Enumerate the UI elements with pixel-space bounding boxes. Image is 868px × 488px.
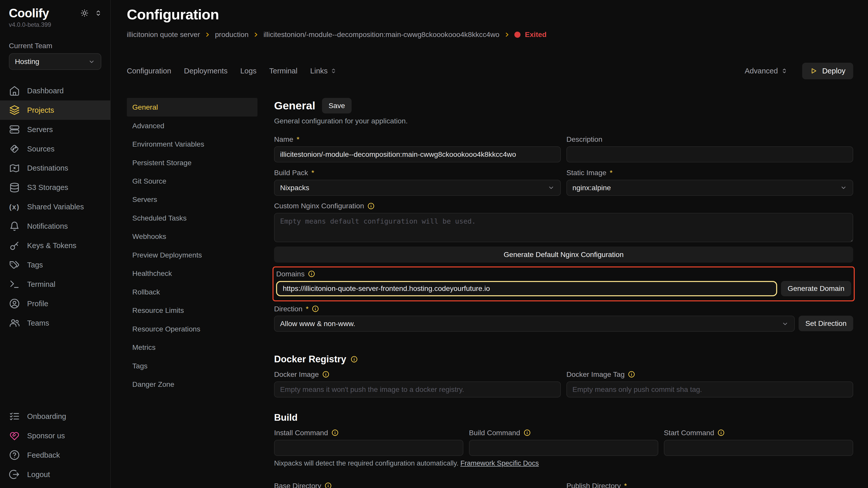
sidebar-collapse-button[interactable]	[94, 9, 102, 17]
config-nav-servers[interactable]: Servers	[127, 191, 257, 209]
tab-logs[interactable]: Logs	[240, 67, 257, 75]
config-nav-tags[interactable]: Tags	[127, 357, 257, 375]
name-input[interactable]	[274, 147, 561, 162]
breadcrumb-environment[interactable]: production	[215, 30, 249, 39]
config-nav-healthcheck[interactable]: Healthcheck	[127, 264, 257, 283]
info-icon[interactable]	[308, 270, 315, 278]
save-button[interactable]: Save	[322, 98, 351, 113]
coolify-app: Coolify v4.0.0-beta.399 Current Team Hos…	[0, 0, 868, 488]
breadcrumb-project[interactable]: illicitonion quote server	[127, 30, 200, 39]
info-icon[interactable]	[324, 482, 332, 488]
info-icon[interactable]	[717, 429, 724, 436]
config-nav-general[interactable]: General	[127, 98, 257, 116]
general-panel: General Save General configuration for y…	[274, 98, 853, 488]
config-nav-resource-limits[interactable]: Resource Limits	[127, 301, 257, 320]
config-nav-webhooks[interactable]: Webhooks	[127, 227, 257, 246]
sidebar-item-keys-tokens[interactable]: Keys & Tokens	[0, 236, 110, 255]
tab-deployments[interactable]: Deployments	[184, 67, 227, 75]
theme-toggle-button[interactable]	[81, 9, 89, 17]
sidebar-item-label: Sponsor us	[27, 431, 65, 440]
team-select[interactable]: Hosting	[9, 53, 101, 70]
info-icon[interactable]	[628, 371, 635, 378]
build-command-input[interactable]	[469, 440, 658, 456]
breadcrumb: illicitonion quote server production ill…	[127, 30, 853, 39]
config-nav-git-source[interactable]: Git Source	[127, 172, 257, 190]
sidebar-item-shared-variables[interactable]: (x) Shared Variables	[0, 197, 110, 217]
static-image-select[interactable]: nginx:alpine	[566, 180, 853, 196]
sidebar-item-tags[interactable]: Tags	[0, 255, 110, 274]
chevron-right-icon	[253, 32, 259, 38]
set-direction-button[interactable]: Set Direction	[799, 316, 853, 331]
breadcrumb-application[interactable]: illicitestonion/-module--decomposition:m…	[264, 30, 500, 39]
sidebar-item-onboarding[interactable]: Onboarding	[0, 407, 110, 426]
chevrons-up-down-icon	[330, 67, 337, 74]
config-nav-scheduled-tasks[interactable]: Scheduled Tasks	[127, 209, 257, 227]
config-nav-preview-deployments[interactable]: Preview Deployments	[127, 246, 257, 264]
chevron-down-icon	[548, 184, 555, 191]
info-icon[interactable]	[332, 429, 339, 436]
app-tabs: Configuration Deployments Logs Terminal …	[127, 67, 337, 75]
sidebar-item-sources[interactable]: Sources	[0, 139, 110, 159]
config-nav-advanced[interactable]: Advanced	[127, 117, 257, 135]
info-icon[interactable]	[322, 371, 330, 378]
custom-nginx-textarea[interactable]	[274, 213, 853, 242]
tab-links-label: Links	[310, 67, 328, 75]
tab-configuration[interactable]: Configuration	[127, 67, 171, 75]
docker-image-tag-input[interactable]	[566, 382, 853, 397]
sidebar-item-teams[interactable]: Teams	[0, 313, 110, 333]
config-nav-metrics[interactable]: Metrics	[127, 338, 257, 356]
build-pack-select[interactable]: Nixpacks	[274, 180, 561, 196]
nixpacks-hint: Nixpacks will detect the required config…	[274, 459, 853, 467]
terminal-icon	[9, 279, 20, 290]
sidebar-item-servers[interactable]: Servers	[0, 120, 110, 139]
generate-domain-button[interactable]: Generate Domain	[781, 281, 851, 296]
description-input[interactable]	[566, 147, 853, 162]
sidebar-item-feedback[interactable]: Feedback	[0, 446, 110, 465]
info-icon[interactable]	[350, 356, 358, 363]
docker-image-tag-label: Docker Image Tag	[566, 370, 853, 379]
config-nav-persistent-storage[interactable]: Persistent Storage	[127, 154, 257, 172]
sidebar-item-label: Profile	[27, 299, 48, 308]
bell-icon	[9, 221, 20, 232]
sidebar-item-logout[interactable]: Logout	[0, 465, 110, 484]
build-section-title: Build	[274, 412, 853, 423]
sidebar-item-label: Teams	[27, 319, 49, 327]
map-icon	[9, 163, 20, 174]
advanced-menu[interactable]: Advanced	[745, 67, 788, 75]
info-icon[interactable]	[312, 305, 319, 312]
sidebar-item-notifications[interactable]: Notifications	[0, 217, 110, 236]
sidebar-item-dashboard[interactable]: Dashboard	[0, 81, 110, 100]
sidebar-item-profile[interactable]: Profile	[0, 294, 110, 313]
server-icon	[9, 124, 20, 135]
sidebar-item-label: Projects	[27, 106, 54, 115]
tab-terminal[interactable]: Terminal	[269, 67, 298, 75]
generate-nginx-button[interactable]: Generate Default Nginx Configuration	[274, 247, 853, 263]
docker-image-input[interactable]	[274, 382, 561, 397]
start-command-input[interactable]	[664, 440, 853, 456]
sidebar-item-terminal[interactable]: Terminal	[0, 274, 110, 294]
info-icon[interactable]	[367, 202, 375, 209]
config-nav-resource-operations[interactable]: Resource Operations	[127, 320, 257, 338]
chevrons-up-down-icon	[781, 67, 788, 74]
sidebar-item-label: Logout	[27, 470, 50, 479]
deploy-button[interactable]: Deploy	[802, 63, 853, 79]
current-team-label: Current Team	[9, 41, 101, 50]
sidebar-item-destinations[interactable]: Destinations	[0, 159, 110, 178]
framework-docs-link[interactable]: Framework Specific Docs	[460, 459, 538, 467]
sidebar-item-s3-storages[interactable]: S3 Storages	[0, 178, 110, 197]
sidebar-item-sponsor-us[interactable]: Sponsor us	[0, 426, 110, 446]
direction-label: Direction*	[274, 305, 853, 313]
name-label: Name*	[274, 135, 561, 143]
direction-value: Allow www & non-www.	[280, 320, 355, 328]
config-nav-rollback[interactable]: Rollback	[127, 283, 257, 301]
domains-input[interactable]	[276, 281, 777, 296]
install-command-label: Install Command	[274, 429, 463, 437]
direction-select[interactable]: Allow www & non-www.	[274, 316, 795, 332]
tab-links[interactable]: Links	[310, 67, 337, 75]
config-nav-environment-variables[interactable]: Environment Variables	[127, 135, 257, 153]
sidebar-item-projects[interactable]: Projects	[0, 100, 110, 120]
heart-hands-icon	[9, 430, 20, 441]
config-nav-danger-zone[interactable]: Danger Zone	[127, 375, 257, 393]
info-icon[interactable]	[524, 429, 531, 436]
install-command-input[interactable]	[274, 440, 463, 456]
